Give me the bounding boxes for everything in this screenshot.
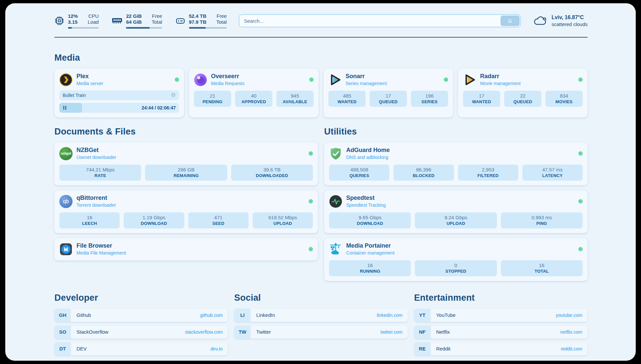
stat-label: APPROVED [236, 99, 271, 104]
ram-stat: 22 GiB Free 64 GiB Total [112, 13, 162, 29]
playback-progress-fill [59, 103, 82, 113]
playback-time: 24:44 / 02:06:47 [141, 105, 176, 110]
stat-label: BLOCKED [395, 173, 452, 178]
stat-label: QUEUED [505, 99, 540, 104]
app-description: Torrent downloader [76, 202, 116, 208]
ram-free-value: 22 GiB [126, 13, 142, 19]
cloud-icon [533, 15, 547, 26]
app-card-filebrowser[interactable]: File Browser Media File Management [54, 238, 318, 260]
ram-total-label: Total [152, 19, 162, 25]
link-badge: RE [414, 342, 431, 355]
link-badge: TW [234, 325, 251, 339]
cpu-progress-fill [68, 27, 72, 29]
settings-icon[interactable]: ⚙ [171, 92, 176, 98]
search-input[interactable] [239, 14, 521, 27]
app-card-nzbget[interactable]: nzbget NZBGet Usenet downloader 744.21 M… [54, 142, 318, 185]
link-name: DEV [76, 346, 87, 351]
cpu-icon [54, 16, 64, 26]
app-description: Usenet downloader [76, 155, 116, 160]
section-title-media: Media [54, 53, 588, 63]
developer-column: Developer GH Github github.com SO StackO… [54, 293, 228, 355]
stat-label: PENDING [195, 99, 230, 104]
link-url[interactable]: stackoverflow.com [185, 329, 223, 335]
stat-value: 0.993 ms [502, 215, 581, 220]
app-title: Overseerr [211, 73, 244, 80]
stat-value: 22 [505, 93, 540, 99]
weather-widget: Lviv, 16.87°C scattered clouds [533, 14, 588, 27]
section-title-social: Social [234, 293, 408, 303]
pause-icon [63, 106, 66, 110]
app-description: DNS and adblocking [346, 155, 390, 160]
stat-label: UPLOAD [416, 221, 495, 226]
link-name: Twitter [256, 329, 271, 335]
app-card-portainer[interactable]: Media Portainer Container management 16R… [324, 238, 588, 281]
stat-label: QUEUED [371, 99, 406, 104]
search-provider-button[interactable]: G [501, 15, 520, 26]
stat-value: 485 [330, 93, 364, 99]
stat-label: LATENCY [524, 173, 581, 178]
link-name: LinkedIn [256, 312, 275, 318]
link-netflix[interactable]: NF Netflix netflix.com [414, 325, 588, 339]
section-title-entertainment: Entertainment [414, 293, 588, 303]
stat-value: 0 [416, 262, 495, 268]
app-card-sonarr[interactable]: Sonarr Series management 485WANTED 17QUE… [323, 69, 453, 117]
ram-free-label: Free [152, 13, 162, 19]
status-dot [309, 199, 313, 203]
status-dot [309, 151, 313, 156]
stat-tile: 39.6 TBDOWNLOADED [231, 165, 313, 181]
stat-value: 16 [330, 262, 410, 268]
stat-value: 471 [190, 215, 247, 220]
cpu-stat: 12% CPU 3.15 Load [54, 13, 99, 29]
app-card-radarr[interactable]: Radarr Movie management 17WANTED 22QUEUE… [458, 69, 588, 117]
app-card-qbittorrent[interactable]: qb qBittorrent Torrent downloader 16LEEC… [54, 190, 318, 233]
stat-value: 834 [547, 93, 581, 99]
link-github[interactable]: GH Github github.com [54, 309, 228, 322]
status-dot [578, 77, 583, 82]
link-twitter[interactable]: TW Twitter twitter.com [234, 325, 408, 339]
search-bar: G [239, 14, 521, 27]
app-card-speedtest[interactable]: Speedtest Speedtest Tracking 9.65 GbpsDO… [324, 190, 588, 233]
dashboard-panel: 12% CPU 3.15 Load 22 GiB [5, 3, 636, 361]
stat-tile: 40APPROVED [235, 91, 272, 107]
stat-label: FILTERED [459, 173, 517, 178]
stat-label: DOWNLOADED [232, 173, 312, 178]
link-url[interactable]: dev.to [210, 346, 223, 351]
link-url[interactable]: linkedin.com [377, 313, 403, 318]
link-stackoverflow[interactable]: SO StackOverflow stackoverflow.com [54, 325, 228, 339]
status-dot [175, 77, 179, 82]
stat-tile: 0.993 msPING [501, 212, 583, 228]
adguard-icon [329, 147, 342, 160]
link-url[interactable]: reddit.com [561, 346, 582, 351]
stat-tile: 266 GBREMAINING [145, 165, 227, 181]
stat-tiles: 16RUNNING 0STOPPED 16TOTAL [329, 260, 583, 276]
stat-tile: 744.21 MbpsRATE [59, 165, 141, 181]
cpu-load-value: 3.15 [68, 19, 78, 25]
link-reddit[interactable]: RE Reddit reddit.com [414, 342, 588, 355]
stat-label: REMAINING [146, 173, 226, 178]
link-url[interactable]: github.com [200, 313, 223, 318]
plex-playback-progress: 24:44 / 02:06:47 [59, 103, 179, 113]
link-url[interactable]: twitter.com [381, 329, 403, 335]
app-card-adguard[interactable]: AdGuard Home DNS and adblocking 498,508Q… [324, 142, 588, 185]
sonarr-icon [328, 73, 342, 86]
weather-location: Lviv, 16.87°C [552, 14, 588, 21]
disk-progress-bar [189, 27, 227, 29]
link-youtube[interactable]: YT YouTube youtube.com [414, 309, 588, 322]
link-linkedin[interactable]: LI LinkedIn linkedin.com [234, 309, 408, 322]
app-card-plex[interactable]: Plex Media server Bullet Train ⚙ 24:44 /… [54, 69, 184, 117]
link-url[interactable]: netflix.com [560, 329, 582, 335]
plex-now-playing: Bullet Train ⚙ [59, 90, 179, 100]
link-dev[interactable]: DT DEV dev.to [54, 342, 228, 355]
ram-stat-body: 22 GiB Free 64 GiB Total [126, 13, 162, 29]
stat-tiles: 9.65 GbpsDOWNLOAD 9.24 GbpsUPLOAD 0.993 … [329, 212, 583, 228]
stat-tile: 9.24 GbpsUPLOAD [415, 212, 497, 228]
status-dot [578, 151, 583, 156]
disk-free-value: 52.4 TB [189, 13, 206, 19]
app-card-overseerr[interactable]: Overseerr Media Requests 21PENDING 40APP… [189, 69, 319, 117]
stat-value: 21 [195, 93, 230, 99]
link-url[interactable]: youtube.com [556, 313, 582, 318]
stat-value: 744.21 Mbps [61, 167, 140, 172]
app-title: AdGuard Home [346, 147, 390, 154]
stat-value: 47.57 ms [524, 167, 581, 172]
ram-progress-fill [126, 27, 150, 29]
